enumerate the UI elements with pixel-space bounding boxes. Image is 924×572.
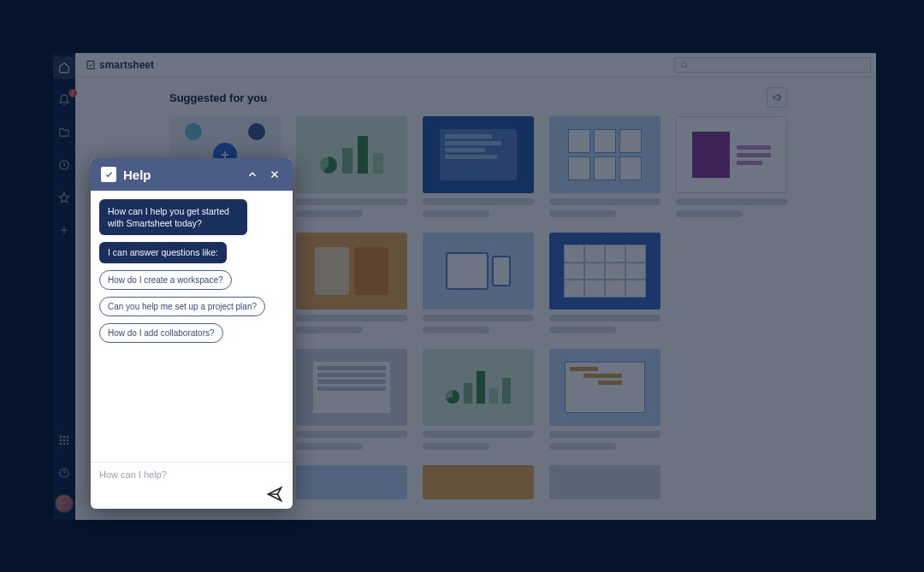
svg-rect-3	[67, 436, 68, 438]
template-card[interactable]	[423, 349, 534, 450]
svg-rect-7	[60, 443, 62, 445]
svg-rect-6	[67, 439, 68, 441]
help-header: Help	[91, 158, 293, 191]
help-intro-bubble: I can answer questions like:	[99, 242, 227, 262]
nav-help[interactable]	[53, 462, 75, 484]
nav-folder[interactable]	[53, 121, 75, 144]
nav-add[interactable]	[53, 219, 75, 241]
template-card[interactable]	[423, 233, 534, 333]
svg-point-11	[682, 62, 687, 67]
help-text-input[interactable]	[99, 469, 284, 480]
help-suggestion-chip[interactable]: Can you help me set up a project plan?	[99, 297, 265, 316]
search-input[interactable]	[674, 57, 871, 73]
template-card[interactable]	[549, 233, 660, 333]
announcements-icon[interactable]	[767, 87, 787, 108]
nav-favorites[interactable]	[53, 186, 75, 209]
svg-rect-1	[60, 436, 62, 438]
svg-rect-4	[60, 439, 62, 441]
template-card[interactable]	[296, 233, 407, 333]
template-card[interactable]	[296, 116, 407, 217]
template-card[interactable]	[549, 465, 660, 499]
help-suggestion-chip[interactable]: How do I create a workspace?	[99, 270, 232, 290]
template-card[interactable]	[676, 349, 787, 450]
template-card[interactable]	[676, 116, 787, 217]
brand: smartsheet	[86, 59, 154, 71]
nav-notifications[interactable]: 2	[53, 89, 75, 111]
template-card[interactable]	[296, 349, 407, 450]
nav-apps[interactable]	[53, 429, 75, 451]
notification-badge: 2	[68, 89, 77, 97]
topbar: smartsheet	[75, 53, 876, 77]
template-card[interactable]	[549, 116, 660, 217]
template-card[interactable]	[549, 349, 660, 450]
help-widget: Help How can I help you get started with…	[91, 158, 293, 509]
section-title: Suggested for you	[169, 91, 267, 104]
help-close-icon[interactable]	[267, 167, 282, 182]
side-rail: 2	[53, 53, 75, 520]
template-card[interactable]	[423, 116, 534, 217]
svg-rect-8	[63, 443, 65, 445]
help-send-button[interactable]	[265, 485, 284, 504]
template-card[interactable]	[423, 465, 534, 499]
help-minimize-icon[interactable]	[245, 167, 260, 182]
svg-rect-9	[67, 443, 68, 445]
nav-recent[interactable]	[53, 154, 75, 176]
avatar[interactable]	[55, 494, 74, 513]
help-body: How can I help you get started with Smar…	[91, 191, 293, 462]
nav-home[interactable]	[53, 56, 75, 79]
help-logo-icon	[101, 167, 116, 182]
template-card[interactable]	[676, 233, 787, 333]
help-input-area	[91, 462, 293, 509]
brand-label: smartsheet	[99, 59, 154, 71]
svg-rect-2	[63, 436, 65, 438]
help-suggestion-chip[interactable]: How do I add collaborators?	[99, 323, 223, 343]
template-card[interactable]	[676, 465, 787, 499]
help-greeting-bubble: How can I help you get started with Smar…	[99, 199, 247, 235]
svg-rect-5	[63, 439, 65, 441]
help-title: Help	[123, 168, 238, 182]
template-card[interactable]	[296, 465, 407, 499]
